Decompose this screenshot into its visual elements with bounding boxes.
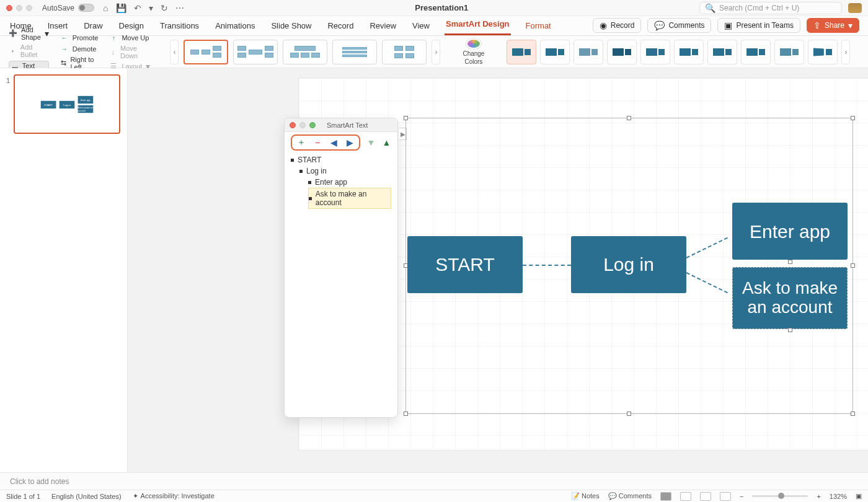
account-icon[interactable] xyxy=(848,3,862,13)
node-resize-handle[interactable] xyxy=(788,260,792,264)
smartart-selection-frame[interactable]: START Log in Enter app Ask to make an ac… xyxy=(405,118,853,414)
smartart-graphic[interactable]: START Log in Enter app Ask to make an ac… xyxy=(406,118,852,413)
view-sorter-button[interactable] xyxy=(680,492,691,501)
style-option-3[interactable] xyxy=(574,40,603,64)
status-notes-button[interactable]: 📝 Notes xyxy=(571,492,600,500)
home-icon[interactable]: ⌂ xyxy=(103,4,108,12)
tab-animations[interactable]: Animations xyxy=(214,17,256,35)
undo-icon[interactable]: ↶ xyxy=(134,4,141,12)
save-icon[interactable]: 💾 xyxy=(116,4,126,12)
gallery-next[interactable]: › xyxy=(432,40,440,64)
demote-button[interactable]: →Demote xyxy=(60,45,99,53)
tab-view[interactable]: View xyxy=(411,17,431,35)
move-up-button[interactable]: ↑Move Up xyxy=(109,33,150,42)
present-icon: ▣ xyxy=(724,21,732,30)
smartart-text-pane[interactable]: SmartArt Text ＋ − ◀ ▶ ▼ ▲ START Log in E… xyxy=(284,118,398,418)
tab-slideshow[interactable]: Slide Show xyxy=(270,17,312,35)
tab-transitions[interactable]: Transitions xyxy=(159,17,200,35)
bullet-icon xyxy=(309,197,312,200)
style-option-8[interactable] xyxy=(741,40,771,64)
zoom-in-button[interactable]: + xyxy=(817,493,820,500)
tab-smartart-design[interactable]: SmartArt Design xyxy=(445,15,511,35)
zoom-thumb[interactable] xyxy=(778,493,784,499)
autosave-switch[interactable] xyxy=(78,4,94,12)
notes-pane[interactable]: Click to add notes xyxy=(0,472,868,490)
layout-option-4[interactable] xyxy=(332,40,377,64)
close-window-icon[interactable] xyxy=(6,5,12,11)
layout-option-1[interactable] xyxy=(184,40,228,64)
fit-to-window-button[interactable]: ▣ xyxy=(856,492,862,500)
pane-minimize-icon[interactable] xyxy=(299,122,306,128)
outline-item[interactable]: Enter app xyxy=(308,177,391,188)
style-option-2[interactable] xyxy=(540,40,570,64)
redo-icon[interactable]: ↻ xyxy=(161,4,168,12)
connector xyxy=(686,237,728,258)
change-colors-button[interactable]: Change Colors xyxy=(458,38,489,65)
outline-item-editing[interactable]: Ask to make an account xyxy=(308,188,391,209)
promote-button[interactable]: ←Promote xyxy=(60,33,99,42)
tp-remove-button[interactable]: − xyxy=(312,137,323,148)
comments-button[interactable]: 💬Comments xyxy=(647,18,711,33)
node-resize-handle[interactable] xyxy=(788,328,792,332)
view-slideshow-button[interactable] xyxy=(720,492,731,501)
share-button[interactable]: ⇪Share▾ xyxy=(807,18,859,33)
smartart-node-enter-app[interactable]: Enter app xyxy=(732,203,848,260)
pane-zoom-icon[interactable] xyxy=(309,122,316,128)
style-option-9[interactable] xyxy=(774,40,804,64)
text-pane-outline[interactable]: START Log in Enter app Ask to make an ac… xyxy=(285,153,397,215)
slide-thumbnail-preview[interactable]: START Log in Enter app Ask to make an ac… xyxy=(14,74,120,134)
view-reading-button[interactable] xyxy=(700,492,711,501)
slide-thumbnail-panel[interactable]: 1 START Log in Enter app Ask to make an … xyxy=(0,68,128,472)
smartart-node-login[interactable]: Log in xyxy=(571,236,686,293)
move-down-button[interactable]: ↓Move Down xyxy=(109,45,150,59)
move-down-icon: ↓ xyxy=(109,48,117,56)
style-option-1[interactable] xyxy=(507,40,536,64)
text-pane-header[interactable]: SmartArt Text xyxy=(285,118,397,132)
tab-review[interactable]: Review xyxy=(368,17,397,35)
style-option-7[interactable] xyxy=(707,40,737,64)
style-option-6[interactable] xyxy=(674,40,704,64)
record-button[interactable]: ◉Record xyxy=(593,18,642,33)
status-bar: Slide 1 of 1 English (United States) ✦Ac… xyxy=(0,490,868,502)
autosave-toggle[interactable]: AutoSave xyxy=(42,4,94,12)
smartart-node-ask-account[interactable]: Ask to make an account xyxy=(732,267,848,329)
gallery-prev[interactable]: ‹ xyxy=(170,40,179,64)
style-gallery-next[interactable]: › xyxy=(841,40,850,64)
pane-close-icon[interactable] xyxy=(290,122,296,128)
group-shapes: ➕Add Shape ▾ •Add Bullet ▤Text Pane xyxy=(6,38,51,65)
layout-option-3[interactable] xyxy=(283,40,327,64)
layout-option-5[interactable] xyxy=(382,40,427,64)
add-bullet-button[interactable]: •Add Bullet xyxy=(9,43,49,58)
minimize-window-icon[interactable] xyxy=(16,5,22,11)
tab-format[interactable]: Format xyxy=(525,17,552,35)
status-comments-button[interactable]: 💬 Comments xyxy=(608,492,652,500)
tp-up-button[interactable]: ▲ xyxy=(382,137,391,148)
zoom-level[interactable]: 132% xyxy=(830,493,847,500)
tab-record[interactable]: Record xyxy=(326,17,355,35)
status-language[interactable]: English (United States) xyxy=(51,493,122,500)
style-option-10[interactable] xyxy=(808,40,838,64)
smartart-node-start[interactable]: START xyxy=(407,236,523,293)
tp-down-button[interactable]: ▼ xyxy=(366,137,376,148)
status-accessibility[interactable]: ✦Accessibility: Investigate xyxy=(133,492,215,500)
tp-outdent-button[interactable]: ◀ xyxy=(328,137,339,148)
search-field[interactable]: 🔍 Search (Cmd + Ctrl + U) xyxy=(699,2,842,14)
tp-add-button[interactable]: ＋ xyxy=(296,137,307,148)
view-normal-button[interactable] xyxy=(660,492,671,501)
connector xyxy=(686,272,728,293)
slide-thumbnail-1[interactable]: 1 START Log in Enter app Ask to make an … xyxy=(6,74,121,134)
zoom-slider[interactable] xyxy=(752,495,808,497)
outline-item[interactable]: START xyxy=(291,154,391,165)
slide-editor[interactable]: SmartArt Text ＋ − ◀ ▶ ▼ ▲ START Log in E… xyxy=(128,68,868,472)
undo-more-icon[interactable]: ▾ xyxy=(149,4,153,12)
style-option-4[interactable] xyxy=(607,40,637,64)
add-shape-button[interactable]: ➕Add Shape ▾ xyxy=(9,26,49,41)
zoom-out-button[interactable]: − xyxy=(740,493,743,500)
zoom-window-icon[interactable] xyxy=(26,5,32,11)
layout-option-2[interactable] xyxy=(233,40,278,64)
present-teams-button[interactable]: ▣Present in Teams xyxy=(717,18,800,33)
outline-item[interactable]: Log in xyxy=(299,165,391,177)
tp-indent-button[interactable]: ▶ xyxy=(344,137,355,148)
style-option-5[interactable] xyxy=(640,40,670,64)
more-icon[interactable]: ⋯ xyxy=(175,4,184,12)
